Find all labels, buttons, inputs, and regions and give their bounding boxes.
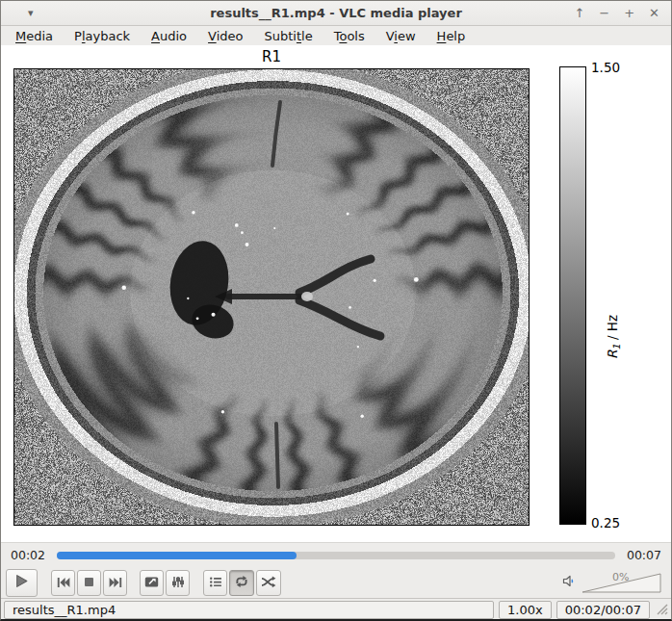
window-buttons: ↑ − + ✕ [574, 7, 671, 19]
menu-item-video[interactable]: Video [197, 28, 253, 44]
transport-group [51, 570, 127, 596]
status-bar: results__R1.mp4 1.00x 00:02/00:07 [1, 598, 671, 620]
vlc-window: ▾ results__R1.mp4 - VLC media player ↑ −… [0, 0, 672, 621]
menu-item-audio[interactable]: Audio [141, 28, 197, 44]
playlist-icon [209, 574, 222, 592]
stop-button[interactable] [77, 570, 101, 596]
extended-settings-button[interactable] [166, 570, 190, 596]
shade-button[interactable]: ↑ [574, 7, 584, 19]
speaker-icon[interactable] [562, 574, 577, 592]
colorbar-min-label: 0.25 [591, 515, 620, 530]
shuffle-button[interactable] [256, 570, 281, 596]
loop-button[interactable] [229, 570, 254, 596]
close-button[interactable]: ✕ [649, 7, 659, 19]
equalizer-icon [171, 574, 185, 592]
menu-item-playback[interactable]: Playback [64, 28, 141, 44]
window-title: results__R1.mp4 - VLC media player [1, 6, 671, 20]
previous-button[interactable] [51, 570, 75, 596]
volume-level-label: 0% [612, 571, 629, 583]
colorbar-axis-label: R1 / Hz [605, 315, 623, 359]
controls-row: 0% [1, 567, 671, 598]
stop-icon [83, 574, 95, 592]
elapsed-time: 00:02 [11, 548, 45, 562]
status-filename: results__R1.mp4 [4, 601, 494, 619]
minimize-button[interactable]: − [599, 7, 609, 19]
menu-bar: MediaPlaybackAudioVideoSubtitleToolsView… [1, 26, 671, 45]
fullscreen-button[interactable] [140, 570, 164, 596]
menu-item-media[interactable]: Media [5, 28, 64, 44]
colorbar [559, 66, 586, 525]
window-menu-icon[interactable]: ▾ [28, 8, 34, 18]
playlist-button[interactable] [203, 570, 227, 596]
next-icon [109, 574, 122, 592]
status-time[interactable]: 00:02/00:07 [556, 601, 650, 619]
menu-item-tools[interactable]: Tools [323, 28, 375, 44]
seek-progress [57, 552, 297, 559]
view-group [140, 570, 190, 596]
volume-control: 0% [562, 571, 666, 594]
loop-icon [234, 574, 249, 592]
resize-grip[interactable] [655, 601, 668, 619]
play-icon [14, 574, 29, 592]
video-display-area[interactable]: R1 1.50 0.25 R1 / Hz [1, 45, 671, 543]
playback-speed[interactable]: 1.00x [499, 601, 552, 619]
volume-slider[interactable]: 0% [582, 571, 662, 594]
menu-item-view[interactable]: View [375, 28, 426, 44]
colorbar-max-label: 1.50 [591, 60, 620, 75]
title-bar[interactable]: ▾ results__R1.mp4 - VLC media player ↑ −… [1, 1, 671, 26]
total-time: 00:07 [627, 548, 661, 562]
seek-row: 00:02 00:07 [1, 543, 671, 567]
video-frame[interactable] [13, 68, 530, 526]
next-button[interactable] [103, 570, 127, 596]
menu-item-subtitle[interactable]: Subtitle [253, 28, 323, 44]
figure-title: R1 [13, 48, 530, 65]
fullscreen-icon [144, 574, 159, 592]
menu-item-help[interactable]: Help [426, 28, 477, 44]
maximize-button[interactable]: + [624, 7, 634, 19]
previous-icon [57, 574, 70, 592]
playlist-group [203, 570, 281, 596]
shuffle-icon [261, 574, 276, 592]
seek-bar[interactable] [57, 552, 615, 559]
play-button[interactable] [6, 569, 38, 597]
